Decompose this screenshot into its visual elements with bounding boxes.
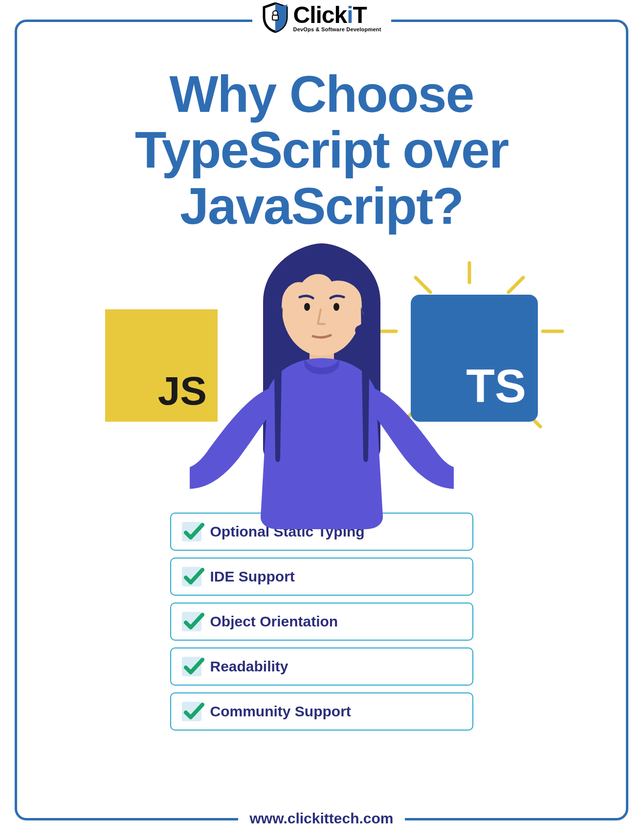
list-item-label: IDE Support bbox=[210, 568, 295, 585]
poster-frame: ClickiT DevOps & Software Development Wh… bbox=[15, 20, 628, 820]
check-icon bbox=[182, 612, 201, 631]
svg-point-13 bbox=[304, 303, 310, 311]
list-item: Object Orientation bbox=[170, 603, 473, 641]
list-item-label: Readability bbox=[210, 658, 288, 675]
logo-text-pre: Click bbox=[293, 3, 347, 27]
svg-rect-1 bbox=[272, 15, 278, 20]
brand-logo: ClickiT DevOps & Software Development bbox=[252, 2, 391, 33]
check-icon bbox=[182, 567, 201, 586]
logo-text-i: i bbox=[347, 3, 353, 27]
website-url: www.clickittech.com bbox=[238, 810, 405, 827]
list-item: IDE Support bbox=[170, 558, 473, 596]
list-item: Community Support bbox=[170, 692, 473, 731]
list-item-label: Object Orientation bbox=[210, 613, 338, 630]
svg-point-14 bbox=[333, 303, 339, 311]
check-icon bbox=[182, 522, 201, 541]
list-item: Readability bbox=[170, 647, 473, 686]
logo-text-post: T bbox=[353, 3, 367, 27]
check-icon bbox=[182, 657, 201, 676]
main-title: Why Choose TypeScript over JavaScript? bbox=[46, 66, 597, 234]
illustration: JS TS bbox=[46, 243, 597, 524]
feature-list: Optional Static Typing IDE Support Objec… bbox=[46, 513, 597, 731]
list-item-label: Community Support bbox=[210, 703, 351, 720]
ts-logo-label: TS bbox=[466, 359, 526, 413]
check-icon bbox=[182, 702, 201, 721]
person-icon bbox=[190, 243, 454, 532]
logo-tagline: DevOps & Software Development bbox=[293, 27, 381, 32]
svg-line-4 bbox=[509, 278, 523, 292]
shield-icon bbox=[262, 2, 288, 33]
